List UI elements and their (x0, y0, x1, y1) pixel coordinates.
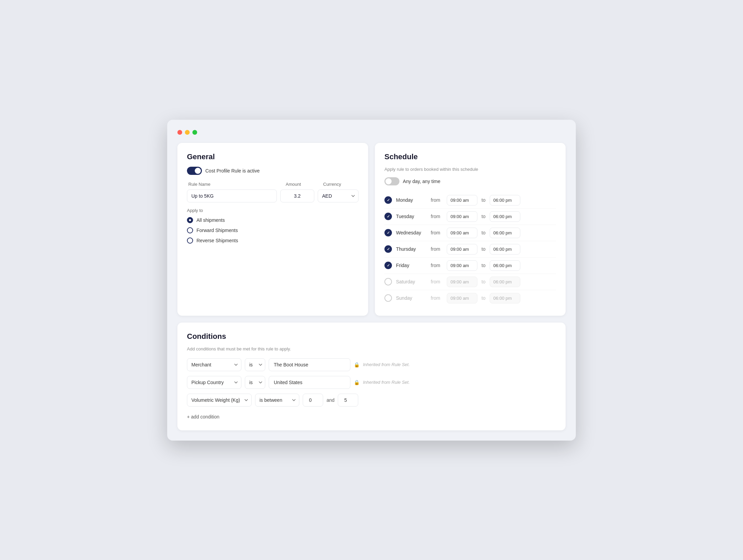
conditions-card: Conditions Add conditions that must be m… (177, 323, 566, 430)
sunday-from-time[interactable] (447, 293, 477, 303)
radio-all-icon (187, 217, 193, 223)
volumetric-max-input[interactable] (338, 394, 358, 407)
merchant-value-input[interactable] (269, 358, 350, 371)
radio-forward[interactable]: Forward Shipments (187, 227, 359, 233)
radio-all-shipments[interactable]: All shipments (187, 217, 359, 223)
merchant-operator-select[interactable]: is (245, 358, 265, 371)
radio-forward-label: Forward Shipments (196, 228, 238, 233)
general-title: General (187, 152, 359, 161)
saturday-from: from (431, 279, 443, 284)
any-day-label: Any day, any time (403, 179, 440, 184)
day-row-wednesday: Wednesday from to (384, 225, 556, 241)
saturday-from-time[interactable] (447, 277, 477, 287)
add-condition-button[interactable]: + add condition (187, 413, 219, 421)
volumetric-operator-select[interactable]: is between (255, 394, 299, 407)
sunday-to-time[interactable] (490, 293, 520, 303)
saturday-to-time[interactable] (490, 277, 520, 287)
saturday-to: to (481, 279, 486, 284)
thursday-label: Thursday (396, 246, 427, 252)
tuesday-to: to (481, 214, 486, 219)
thursday-to: to (481, 246, 486, 252)
any-day-toggle[interactable] (384, 177, 399, 185)
radio-reverse-label: Reverse Shipments (196, 238, 238, 243)
tuesday-to-time[interactable] (490, 211, 520, 222)
friday-check[interactable] (384, 262, 392, 269)
thursday-check[interactable] (384, 245, 392, 253)
sunday-from: from (431, 295, 443, 301)
amount-header: Amount (286, 182, 320, 187)
thursday-from-time[interactable] (447, 244, 477, 254)
monday-to-time[interactable] (490, 195, 520, 205)
days-list: Monday from to Tuesday from to (384, 192, 556, 306)
merchant-lock-icon: 🔒 (354, 362, 360, 367)
monday-from: from (431, 197, 443, 203)
saturday-check[interactable] (384, 278, 392, 285)
condition-row-merchant: Merchant is 🔒 Inherited from Rule Set. (187, 358, 556, 371)
active-toggle-label: Cost Profile Rule is active (205, 168, 260, 174)
schedule-card: Schedule Apply rule to orders booked wit… (375, 143, 566, 316)
active-toggle-row: Cost Profile Rule is active (187, 167, 359, 175)
radio-reverse[interactable]: Reverse Shipments (187, 237, 359, 244)
pickup-country-lock-icon: 🔒 (354, 380, 360, 385)
thursday-to-time[interactable] (490, 244, 520, 254)
wednesday-check[interactable] (384, 229, 392, 236)
active-toggle[interactable] (187, 167, 202, 175)
sunday-check[interactable] (384, 294, 392, 302)
radio-group: All shipments Forward Shipments Reverse … (187, 217, 359, 244)
merchant-inherited-text: Inherited from Rule Set. (363, 362, 410, 367)
apply-to-label: Apply to (187, 208, 359, 213)
tuesday-label: Tuesday (396, 214, 427, 219)
monday-to: to (481, 197, 486, 203)
main-window: General Cost Profile Rule is active Rule… (167, 120, 576, 441)
day-row-sunday: Sunday from to (384, 290, 556, 306)
wednesday-to-time[interactable] (490, 228, 520, 238)
rule-name-header: Rule Name (188, 182, 282, 187)
wednesday-from-time[interactable] (447, 228, 477, 238)
monday-check[interactable] (384, 196, 392, 204)
amount-input[interactable] (280, 190, 314, 202)
schedule-subtitle: Apply rule to orders booked within this … (384, 167, 556, 172)
wednesday-label: Wednesday (396, 230, 427, 235)
tuesday-from-time[interactable] (447, 211, 477, 222)
sunday-label: Sunday (396, 295, 427, 301)
friday-to-time[interactable] (490, 260, 520, 271)
day-row-saturday: Saturday from to (384, 274, 556, 290)
condition-row-pickup-country: Pickup Country is 🔒 Inherited from Rule … (187, 376, 556, 389)
radio-reverse-icon (187, 237, 193, 244)
wednesday-to: to (481, 230, 486, 235)
schedule-title: Schedule (384, 152, 556, 161)
currency-select[interactable]: AED USD EUR (318, 190, 359, 202)
volumetric-min-input[interactable] (303, 394, 323, 407)
saturday-label: Saturday (396, 279, 427, 284)
thursday-from: from (431, 246, 443, 252)
pickup-country-value-input[interactable] (269, 376, 350, 389)
general-card: General Cost Profile Rule is active Rule… (177, 143, 368, 316)
monday-from-time[interactable] (447, 195, 477, 205)
any-day-row: Any day, any time (384, 177, 556, 185)
volumetric-field-select[interactable]: Volumetric Weight (Kg) (187, 394, 252, 407)
merchant-field-select[interactable]: Merchant (187, 358, 241, 371)
conditions-subtitle: Add conditions that must be met for this… (187, 346, 556, 351)
rule-name-input[interactable] (187, 190, 277, 202)
rule-name-row: AED USD EUR (187, 190, 359, 202)
friday-from-time[interactable] (447, 260, 477, 271)
friday-from: from (431, 263, 443, 268)
currency-header: Currency (323, 182, 357, 187)
maximize-button[interactable] (192, 130, 197, 135)
monday-label: Monday (396, 197, 427, 203)
close-button[interactable] (177, 130, 182, 135)
minimize-button[interactable] (185, 130, 190, 135)
pickup-country-field-select[interactable]: Pickup Country (187, 376, 241, 389)
friday-label: Friday (396, 263, 427, 268)
pickup-country-operator-select[interactable]: is (245, 376, 265, 389)
conditions-title: Conditions (187, 332, 556, 341)
day-row-thursday: Thursday from to (384, 241, 556, 258)
day-row-tuesday: Tuesday from to (384, 209, 556, 225)
traffic-lights (177, 130, 566, 135)
tuesday-from: from (431, 214, 443, 219)
radio-forward-icon (187, 227, 193, 233)
day-row-monday: Monday from to (384, 192, 556, 209)
radio-all-label: All shipments (196, 217, 225, 223)
tuesday-check[interactable] (384, 213, 392, 220)
friday-to: to (481, 263, 486, 268)
